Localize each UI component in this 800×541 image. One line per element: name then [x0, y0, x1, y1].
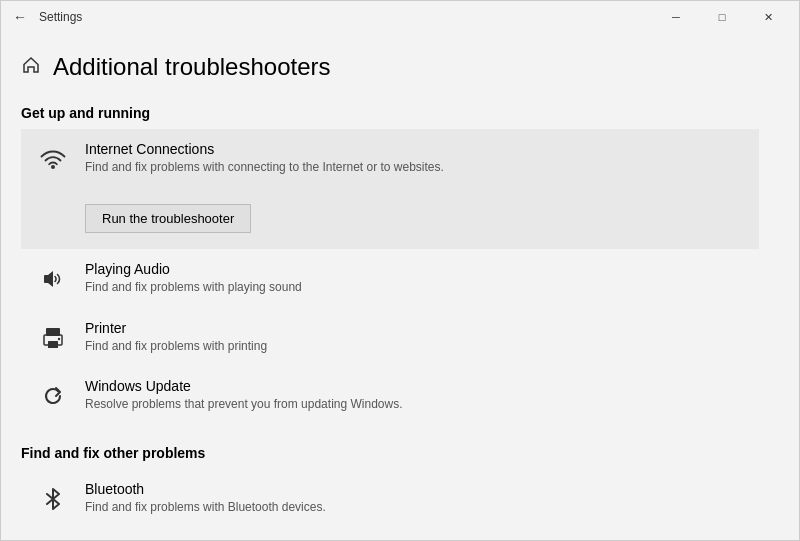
content-area: Additional troubleshooters Get up and ru…: [1, 33, 799, 540]
printer-icon: [37, 322, 69, 354]
item-bluetooth[interactable]: Bluetooth Find and fix problems with Blu…: [21, 469, 759, 528]
titlebar-title: Settings: [39, 10, 82, 24]
item-printer-text: Printer Find and fix problems with print…: [85, 320, 743, 355]
item-printer[interactable]: Printer Find and fix problems with print…: [21, 308, 759, 367]
settings-window: ← Settings ─ □ ✕ Additional troubleshoot…: [0, 0, 800, 541]
item-audio-name: Playing Audio: [85, 261, 743, 277]
minimize-button[interactable]: ─: [653, 1, 699, 33]
item-printer-desc: Find and fix problems with printing: [85, 338, 743, 355]
item-audio-desc: Find and fix problems with playing sound: [85, 279, 743, 296]
titlebar-left: ← Settings: [9, 5, 82, 29]
page-title: Additional troubleshooters: [53, 53, 331, 81]
item-audio-text: Playing Audio Find and fix problems with…: [85, 261, 743, 296]
svg-rect-2: [48, 341, 58, 348]
item-internet-header: Internet Connections Find and fix proble…: [37, 141, 743, 176]
svg-point-3: [58, 337, 60, 339]
main-content: Additional troubleshooters Get up and ru…: [1, 33, 799, 540]
back-button[interactable]: ←: [9, 5, 31, 29]
update-icon: [37, 380, 69, 412]
section-find-fix: Find and fix other problems Bluetooth Fi…: [21, 445, 759, 528]
item-playing-audio[interactable]: Playing Audio Find and fix problems with…: [21, 249, 759, 308]
item-bluetooth-name: Bluetooth: [85, 481, 743, 497]
titlebar-controls: ─ □ ✕: [653, 1, 791, 33]
bluetooth-icon: [37, 483, 69, 515]
item-update-name: Windows Update: [85, 378, 743, 394]
section-title-2: Find and fix other problems: [21, 445, 759, 461]
section-title-1: Get up and running: [21, 105, 759, 121]
audio-icon: [37, 263, 69, 295]
section-get-up-running: Get up and running: [21, 105, 759, 425]
item-printer-name: Printer: [85, 320, 743, 336]
titlebar: ← Settings ─ □ ✕: [1, 1, 799, 33]
home-icon: [21, 55, 41, 80]
page-header: Additional troubleshooters: [21, 53, 759, 81]
item-internet-desc: Find and fix problems with connecting to…: [85, 159, 743, 176]
wifi-icon: [37, 143, 69, 175]
item-internet-name: Internet Connections: [85, 141, 743, 157]
troubleshooter-list-2: Bluetooth Find and fix problems with Blu…: [21, 469, 759, 528]
troubleshooter-list-1: Internet Connections Find and fix proble…: [21, 129, 759, 425]
item-bluetooth-text: Bluetooth Find and fix problems with Blu…: [85, 481, 743, 516]
item-update-text: Windows Update Resolve problems that pre…: [85, 378, 743, 413]
close-button[interactable]: ✕: [745, 1, 791, 33]
run-troubleshooter-button[interactable]: Run the troubleshooter: [85, 204, 251, 233]
item-internet-text: Internet Connections Find and fix proble…: [85, 141, 743, 176]
item-bluetooth-desc: Find and fix problems with Bluetooth dev…: [85, 499, 743, 516]
maximize-button[interactable]: □: [699, 1, 745, 33]
item-update-desc: Resolve problems that prevent you from u…: [85, 396, 743, 413]
item-windows-update[interactable]: Windows Update Resolve problems that pre…: [21, 366, 759, 425]
item-internet-connections[interactable]: Internet Connections Find and fix proble…: [21, 129, 759, 249]
